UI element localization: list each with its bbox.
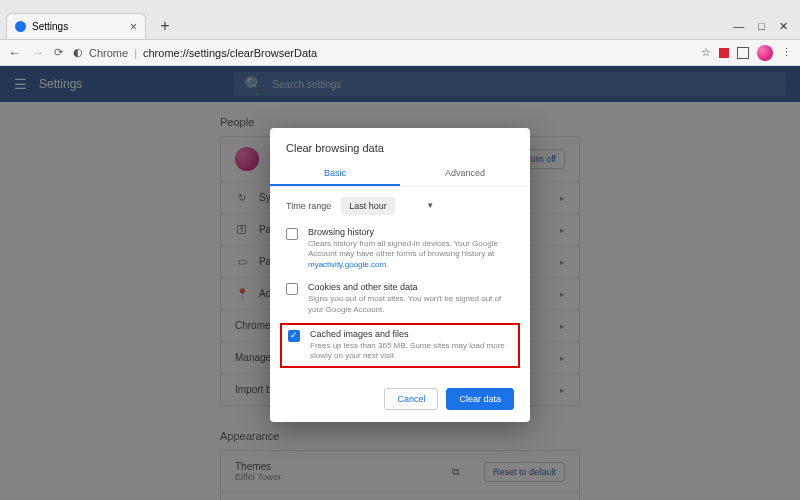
time-range-label: Time range [286, 201, 331, 211]
tab-basic[interactable]: Basic [270, 162, 400, 186]
option-browsing-history[interactable]: Browsing history Clears history from all… [270, 221, 530, 276]
profile-avatar-icon[interactable] [757, 45, 773, 61]
option-desc: Frees up less than 365 MB. Some sites ma… [310, 341, 512, 362]
checkbox[interactable] [286, 228, 298, 240]
option-desc: Clears history from all signed-in device… [308, 239, 514, 270]
dialog-tabs: Basic Advanced [270, 162, 530, 187]
omnibox[interactable]: ◐ Chrome | chrome://settings/clearBrowse… [73, 46, 691, 59]
highlighted-option: Cached images and files Frees up less th… [280, 323, 520, 368]
site-info-icon[interactable]: ◐ [73, 46, 83, 59]
checkbox[interactable] [288, 330, 300, 342]
cancel-button[interactable]: Cancel [384, 388, 438, 410]
close-tab-icon[interactable]: × [130, 20, 137, 34]
option-cached-images[interactable]: Cached images and files Frees up less th… [288, 329, 512, 362]
option-title: Cached images and files [310, 329, 512, 339]
bookmark-star-icon[interactable]: ☆ [701, 46, 711, 59]
option-cookies[interactable]: Cookies and other site data Signs you ou… [270, 276, 530, 321]
option-title: Cookies and other site data [308, 282, 514, 292]
clear-data-button[interactable]: Clear data [446, 388, 514, 410]
browser-tab[interactable]: Settings × [6, 13, 146, 39]
settings-favicon [15, 21, 26, 32]
kebab-menu-icon[interactable]: ⋮ [781, 46, 792, 59]
address-bar: ← → ⟳ ◐ Chrome | chrome://settings/clear… [0, 40, 800, 66]
tab-advanced[interactable]: Advanced [400, 162, 530, 186]
clear-browsing-data-dialog: Clear browsing data Basic Advanced Time … [270, 128, 530, 422]
option-desc: Signs you out of most sites. You won't b… [308, 294, 514, 315]
url-text: chrome://settings/clearBrowserData [143, 47, 317, 59]
browser-tabstrip: Settings × + — □ ✕ [0, 0, 800, 40]
secure-label: Chrome [89, 47, 128, 59]
toolbar-right: ☆ ⋮ [701, 45, 792, 61]
close-window-icon[interactable]: ✕ [779, 20, 788, 33]
new-tab-button[interactable]: + [154, 15, 176, 37]
minimize-icon[interactable]: — [733, 20, 744, 33]
checkbox[interactable] [286, 283, 298, 295]
tab-title: Settings [32, 21, 68, 32]
time-range-select[interactable]: Last hour [341, 197, 395, 215]
forward-icon: → [31, 45, 44, 60]
maximize-icon[interactable]: □ [758, 20, 765, 33]
myactivity-link[interactable]: myactivity.google.com [308, 260, 386, 269]
reload-icon[interactable]: ⟳ [54, 46, 63, 59]
extension-icon[interactable] [719, 48, 729, 58]
dialog-title: Clear browsing data [270, 142, 530, 162]
window-controls: — □ ✕ [733, 20, 800, 39]
extension-icon-2[interactable] [737, 47, 749, 59]
option-title: Browsing history [308, 227, 514, 237]
back-icon[interactable]: ← [8, 45, 21, 60]
